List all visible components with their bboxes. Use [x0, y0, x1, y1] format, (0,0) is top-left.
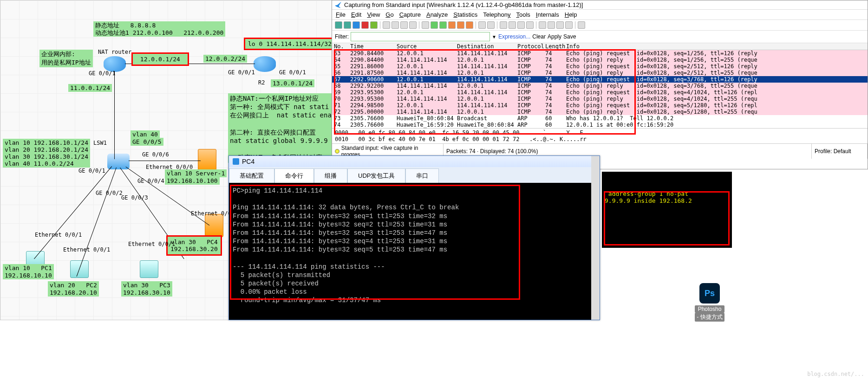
menu-edit[interactable]: Edit [351, 11, 361, 18]
pc4-scrollbar[interactable] [591, 156, 600, 320]
tb-prefs-icon[interactable] [565, 21, 573, 29]
packet-list-rows[interactable]: 632290.8440012.0.0.1114.114.114.114ICMP7… [332, 50, 868, 128]
tb-last-icon[interactable] [466, 21, 473, 29]
nat-router-device[interactable] [104, 56, 126, 72]
pc3-device[interactable] [140, 260, 158, 278]
tb-close-icon[interactable] [400, 21, 408, 29]
tb-fwd-icon[interactable] [439, 21, 447, 29]
filter-save-link[interactable]: Save [563, 33, 576, 40]
hdr-destination[interactable]: Destination [457, 43, 517, 50]
filter-expression-link[interactable]: Expression... [498, 33, 530, 40]
tb-save-icon[interactable] [392, 21, 399, 29]
tb-start-icon[interactable] [352, 21, 360, 29]
tb-reload-icon[interactable] [409, 21, 417, 29]
status-profile[interactable]: Profile: Default [812, 144, 868, 159]
menu-help[interactable]: Help [565, 11, 577, 18]
tab-cmdline[interactable]: 命令行 [274, 168, 314, 183]
hdr-length[interactable]: Length [545, 43, 566, 50]
packet-row[interactable]: 712294.9850012.0.0.1114.114.114.114ICMP7… [332, 102, 868, 109]
menu-internals[interactable]: Internals [536, 11, 559, 18]
pc3-label-a: vlan 30 PC3 [121, 281, 172, 289]
wireshark-filterbar: Filter: ▼ Expression... Clear Apply Save [332, 31, 868, 43]
filter-input[interactable] [351, 32, 490, 41]
router-terminal[interactable]: address-group 1 no-pat 9.9.9.9 inside 19… [602, 172, 732, 248]
tab-serial[interactable]: 串口 [405, 168, 439, 183]
menu-telephony[interactable]: Telephony [483, 11, 510, 18]
tb-open-icon[interactable] [383, 21, 390, 29]
filter-apply-link[interactable]: Apply [548, 33, 561, 40]
hdr-info[interactable]: Info [566, 43, 866, 50]
menu-capture[interactable]: Capture [399, 11, 421, 18]
tb-zoomin-icon[interactable] [500, 21, 507, 29]
hdr-time[interactable]: Time [350, 43, 397, 50]
ge004: GE 0/0/4 [137, 178, 164, 184]
packet-row[interactable]: 742305.76600HuaweiTe_16:59:20HuaweiTe_80… [332, 122, 868, 128]
tab-udp-tool[interactable]: UDP发包工具 [347, 168, 405, 183]
filter-clear-link[interactable]: Clear [532, 33, 546, 40]
server-device[interactable] [198, 149, 216, 172]
menu-analyze[interactable]: Analyze [426, 11, 448, 18]
packet-row[interactable]: 672292.9060012.0.0.1114.114.114.114ICMP7… [332, 76, 868, 83]
tb-restart-icon[interactable] [370, 21, 378, 29]
filter-label: Filter: [335, 33, 349, 40]
tb-sep1 [380, 21, 380, 29]
ip-12-0-0-2-label: 12.0.0.2/24 [203, 55, 247, 63]
tb-help-icon[interactable] [578, 21, 585, 29]
corp-net-label: 企业网内部: 用的是私网IP地址 [39, 50, 93, 67]
server2-device[interactable] [205, 214, 223, 237]
hdr-protocol[interactable]: Protocol [517, 43, 545, 50]
hdr-no[interactable]: No. [334, 43, 350, 50]
wireshark-titlebar[interactable]: Capturing from Standard input [Wireshark… [332, 0, 868, 10]
menu-file[interactable]: File [336, 11, 346, 18]
pc4-terminal[interactable]: PC>ping 114.114.114.114 Ping 114.114.114… [229, 183, 600, 320]
ip-13-label: 13.0.0.1/24 [271, 79, 314, 87]
tb-resize-icon[interactable] [526, 21, 534, 29]
wireshark-menubar[interactable]: File Edit View Go Capture Analyze Statis… [332, 10, 868, 20]
tb-coloring-icon[interactable] [556, 21, 564, 29]
packet-row[interactable]: 692293.9530012.0.0.1114.114.114.114ICMP7… [332, 89, 868, 96]
packet-list-header[interactable]: No. Time Source Destination Protocol Len… [332, 43, 868, 50]
wireshark-toolbar [332, 20, 868, 31]
r2-router-device[interactable] [254, 56, 276, 72]
tb-capfilter-icon[interactable] [539, 21, 546, 29]
tb-autoscroll-icon[interactable] [487, 21, 495, 29]
menu-view[interactable]: View [367, 11, 380, 18]
hex-dump[interactable]: 0000 00 e0 fc 80 60 84 00 e0 fc 16 59 20… [332, 128, 868, 143]
r2-text: R2 [258, 79, 265, 86]
tab-basic-config[interactable]: 基础配置 [229, 168, 274, 183]
nat-router-text: NAT router [98, 49, 131, 55]
pc4-window[interactable]: PC4 基础配置 命令行 组播 UDP发包工具 串口 PC>ping 114.1… [228, 155, 600, 320]
tab-multicast[interactable]: 组播 [314, 168, 347, 183]
tb-options-icon[interactable] [344, 21, 351, 29]
tb-colorize-icon[interactable] [478, 21, 486, 29]
menu-tools[interactable]: Tools [516, 11, 530, 18]
packet-row[interactable]: 682292.92200114.114.114.11412.0.0.1ICMP7… [332, 83, 868, 89]
packet-row[interactable]: 652291.8600012.0.0.1114.114.114.114ICMP7… [332, 63, 868, 70]
hdr-source[interactable]: Source [397, 43, 457, 50]
menu-go[interactable]: Go [385, 11, 393, 18]
tb-goto-icon[interactable] [448, 21, 456, 29]
packet-row[interactable]: 642290.84400114.114.114.11412.0.0.1ICMP7… [332, 57, 868, 63]
menu-statistics[interactable]: Statistics [453, 11, 477, 18]
packet-row[interactable]: 702293.95300114.114.114.11412.0.0.1ICMP7… [332, 96, 868, 102]
tb-sep5 [536, 21, 536, 29]
tb-first-icon[interactable] [457, 21, 464, 29]
tb-stop-icon[interactable] [361, 21, 369, 29]
nat-note: 静态NAT:一个私网IP地址对应 第一种: 全局模式下 nat stati 在公… [228, 93, 335, 163]
packet-row[interactable]: 632290.8440012.0.0.1114.114.114.114ICMP7… [332, 50, 868, 57]
link-sw-srv [129, 161, 201, 161]
pc4-titlebar[interactable]: PC4 [229, 156, 600, 167]
tb-interfaces-icon[interactable] [335, 21, 342, 29]
packet-row[interactable]: 662291.87500114.114.114.11412.0.0.1ICMP7… [332, 70, 868, 76]
packet-row[interactable]: 732305.76600HuaweiTe_80:60:84BroadcastAR… [332, 115, 868, 122]
tb-zoom100-icon[interactable] [517, 21, 525, 29]
wireshark-window[interactable]: Capturing from Standard input [Wireshark… [332, 0, 868, 169]
packet-row[interactable]: 722295.00000114.114.114.11412.0.0.1ICMP7… [332, 109, 868, 115]
tb-back-icon[interactable] [431, 21, 438, 29]
tb-zoomout-icon[interactable] [509, 21, 516, 29]
tb-dispfilter-icon[interactable] [548, 21, 555, 29]
tb-find-icon[interactable] [422, 21, 429, 29]
photoshop-shortcut[interactable]: Ps Photosho - 快捷方式 [695, 283, 724, 320]
tb-sep4 [497, 21, 497, 29]
wireshark-icon [335, 2, 341, 8]
